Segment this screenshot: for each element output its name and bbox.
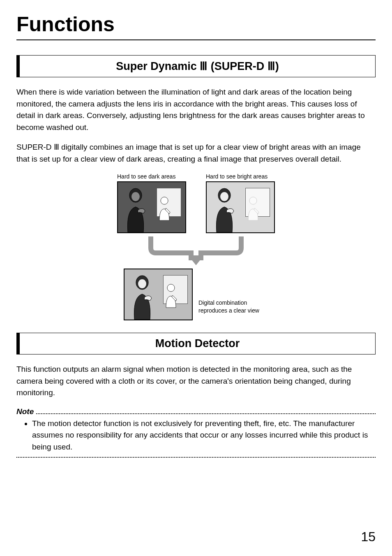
- person-bg-icon: [163, 283, 179, 308]
- diagram-result-row: Digital combination reproduces a clear v…: [124, 269, 268, 320]
- scene-combined-window: [163, 275, 188, 304]
- merge-arrow-icon: [114, 236, 278, 266]
- diagram-caption-right: Hard to see bright areas: [206, 173, 267, 180]
- section2-paragraph1: This function outputs an alarm signal wh…: [16, 364, 376, 399]
- page-title: Functions: [16, 12, 376, 36]
- diagram-source-row: Hard to see dark areas Hard t: [117, 173, 275, 233]
- note-item: The motion detector function is not excl…: [32, 418, 376, 453]
- note-leader-row: Note: [16, 407, 376, 416]
- person-fg-icon: [130, 274, 154, 320]
- svg-point-2: [131, 192, 140, 201]
- section-title-text: Super Dynamic Ⅲ (SUPER-D Ⅲ): [25, 60, 369, 73]
- title-rule: [16, 39, 376, 40]
- scene-bright-areas: [206, 181, 275, 233]
- note-label: Note: [16, 407, 34, 416]
- page-number: 15: [361, 529, 376, 544]
- svg-point-8: [138, 279, 146, 288]
- section1-paragraph1: When there is wide variation between the…: [16, 86, 376, 133]
- diagram-caption-left: Hard to see dark areas: [117, 173, 175, 180]
- scene-combined: [124, 269, 193, 320]
- note-list: The motion detector function is not excl…: [16, 418, 376, 453]
- scene-bright-window: [245, 188, 270, 217]
- diagram-right-col: Hard to see bright areas: [206, 173, 275, 233]
- scene-dark-window: [157, 188, 181, 217]
- note-end-dots: [16, 457, 376, 458]
- person-fg-icon: [212, 187, 236, 232]
- super-d-diagram: Hard to see dark areas Hard t: [16, 173, 376, 320]
- diagram-result-caption: Digital combination reproduces a clear v…: [198, 299, 268, 315]
- section-title-text: Motion Detector: [25, 337, 369, 350]
- section1-paragraph2: SUPER-D Ⅲ digitally combines an image th…: [16, 141, 376, 165]
- svg-point-5: [220, 192, 228, 201]
- svg-point-3: [249, 197, 257, 204]
- section-heading-motion-detector: Motion Detector: [16, 333, 376, 354]
- svg-point-6: [167, 284, 175, 292]
- diagram-left-col: Hard to see dark areas: [117, 173, 186, 233]
- person-bg-icon: [245, 196, 261, 221]
- person-fg-icon: [124, 187, 148, 232]
- scene-dark-areas: [117, 181, 186, 233]
- section-heading-super-dynamic: Super Dynamic Ⅲ (SUPER-D Ⅲ): [16, 55, 376, 77]
- person-bg-icon: [156, 196, 173, 221]
- svg-point-0: [161, 197, 168, 204]
- note-dots: [36, 409, 376, 414]
